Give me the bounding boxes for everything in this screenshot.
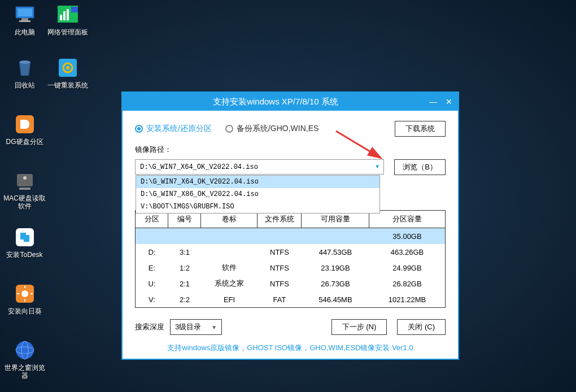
desktop-icon-theworld-browser[interactable]: 世界之窗浏览器 <box>3 339 46 380</box>
radio-label: 备份系统/GHO,WIN,ES <box>237 124 318 134</box>
image-path-label: 镜像路径： <box>135 145 446 155</box>
desktop-icon-todesk[interactable]: 安装ToDesk <box>3 226 46 259</box>
desktop-icon-label: 安装向日葵 <box>3 307 46 315</box>
desktop-icon-reinstall[interactable]: 一键重装系统 <box>46 56 89 89</box>
svg-rect-1 <box>18 8 32 16</box>
svg-rect-2 <box>21 18 28 20</box>
desktop-icon-label: 回收站 <box>3 81 46 89</box>
th-total: 分区容量 <box>369 211 445 228</box>
svg-rect-6 <box>63 11 66 20</box>
dropdown-item[interactable]: V:\BOOT\IMGS\GRUBFM.ISO <box>136 201 379 213</box>
titlebar[interactable]: 支持安装windows XP/7/8/10 系统 — ✕ <box>123 93 458 111</box>
mac-disk-icon <box>14 169 36 192</box>
desktop-icon-label: 安装ToDesk <box>3 251 46 259</box>
globe-icon <box>14 339 36 361</box>
svg-point-15 <box>23 176 27 180</box>
desktop-icon-label: 此电脑 <box>3 28 46 36</box>
sunflower-icon <box>14 282 36 305</box>
svg-rect-7 <box>67 9 69 20</box>
minimize-button[interactable]: — <box>429 97 438 106</box>
chevron-down-icon: ▼ <box>376 164 379 170</box>
radio-install-restore[interactable]: 安装系统/还原分区 <box>135 124 212 134</box>
desktop-icon-label: DG硬盘分区 <box>3 138 46 146</box>
disk-partition-icon <box>14 113 36 136</box>
table-row[interactable]: D: 3:1 NTFS 447.53GB 463.26GB <box>136 244 445 260</box>
desktop-icon-this-pc[interactable]: 此电脑 <box>3 3 46 36</box>
desktop-icon-label: 网络管理面板 <box>46 28 89 36</box>
installer-window: 支持安装windows XP/7/8/10 系统 — ✕ 安装系统/还原分区 备… <box>121 92 459 360</box>
table-row[interactable]: E: 1:2 软件 NTFS 23.19GB 24.99GB <box>136 260 445 276</box>
radio-icon <box>135 125 143 133</box>
desktop-icon-label: 世界之窗浏览器 <box>3 364 46 380</box>
radio-backup[interactable]: 备份系统/GHO,WIN,ES <box>225 124 318 134</box>
close-dialog-button[interactable]: 关闭 (C) <box>397 319 446 335</box>
svg-rect-16 <box>19 188 30 190</box>
chevron-down-icon: ▼ <box>211 324 217 330</box>
table-row[interactable]: U: 2:1 系统之家 NTFS 26.73GB 26.82GB <box>136 276 445 291</box>
radio-icon <box>225 125 233 133</box>
table-row[interactable]: 35.00GB <box>136 228 445 244</box>
window-title: 支持安装windows XP/7/8/10 系统 <box>123 97 429 107</box>
trash-icon <box>14 56 36 79</box>
support-info: 支持windows原版镜像，GHOST ISO镜像，GHO,WIM,ESD镜像安… <box>135 343 446 353</box>
next-button[interactable]: 下一步 (N) <box>331 319 387 335</box>
desktop-icon-recycle-bin[interactable]: 回收站 <box>3 56 46 89</box>
svg-point-19 <box>21 290 28 297</box>
search-depth-label: 搜索深度 <box>135 322 164 332</box>
dropdown-item[interactable]: D:\G_WIN7_X86_OK_V2022.04.iso <box>136 188 379 201</box>
svg-rect-14 <box>17 174 33 186</box>
radio-label: 安装系统/还原分区 <box>146 124 212 134</box>
desktop-icon-label: MAC硬盘读取软件 <box>3 194 46 211</box>
svg-point-24 <box>16 341 34 359</box>
dropdown-item[interactable]: D:\G_WIN7_X64_OK_V2022.04.iso <box>136 176 379 188</box>
gear-box-icon <box>56 56 79 79</box>
todesk-icon <box>14 226 36 249</box>
svg-rect-8 <box>71 7 78 12</box>
desktop-icon-mac-disk[interactable]: MAC硬盘读取软件 <box>3 169 46 211</box>
download-system-button[interactable]: 下载系统 <box>395 121 446 137</box>
combo-value: D:\G_WIN7_X64_OK_V2022.04.iso <box>140 163 258 171</box>
svg-point-9 <box>19 60 30 64</box>
desktop-icon-sunlogin[interactable]: 安装向日葵 <box>3 282 46 315</box>
desktop-icon-network-panel[interactable]: 网络管理面板 <box>46 3 89 36</box>
table-row[interactable]: V: 2:2 EFI FAT 546.45MB 1021.22MB <box>136 291 445 307</box>
svg-rect-3 <box>19 20 30 22</box>
partition-table: 分区 编号 卷标 文件系统 可用容量 分区容量 35.00GB D: <box>135 210 446 308</box>
desktop-icon-label: 一键重装系统 <box>46 81 89 89</box>
svg-rect-5 <box>60 15 62 20</box>
search-depth-select[interactable]: 3级目录 ▼ <box>170 319 222 335</box>
chart-icon <box>56 3 79 26</box>
image-path-dropdown: D:\G_WIN7_X64_OK_V2022.04.iso D:\G_WIN7_… <box>136 175 380 214</box>
close-button[interactable]: ✕ <box>444 97 453 106</box>
svg-point-12 <box>66 66 69 69</box>
select-value: 3级目录 <box>175 322 201 332</box>
image-path-combo[interactable]: D:\G_WIN7_X64_OK_V2022.04.iso ▼ D:\G_WIN… <box>135 159 384 175</box>
monitor-icon <box>14 3 36 26</box>
desktop-icon-dg-partition[interactable]: DG硬盘分区 <box>3 113 46 146</box>
browse-button[interactable]: 浏览（B） <box>394 159 446 175</box>
